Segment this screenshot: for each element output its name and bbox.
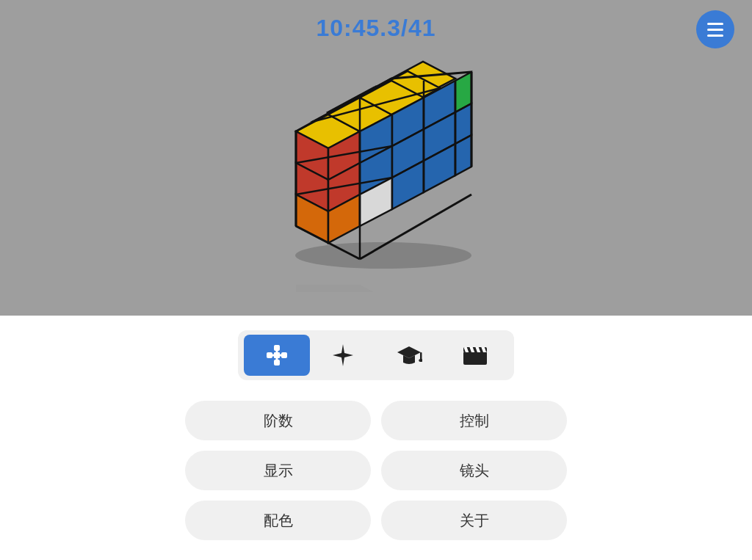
svg-marker-45	[296, 285, 471, 292]
bottom-section: 阶数 控制 显示 镜头 配色 关于	[0, 316, 752, 560]
tab-sparkle[interactable]	[310, 335, 376, 376]
tab-video[interactable]	[442, 335, 508, 376]
top-section: 10:45.3/41	[0, 0, 752, 316]
timer-display: 10:45.3/41	[316, 15, 435, 42]
btn-kongzhi[interactable]: 控制	[381, 401, 567, 440]
menu-button[interactable]	[696, 10, 734, 48]
btn-jiedu[interactable]: 阶数	[185, 401, 371, 440]
svg-rect-54	[420, 352, 422, 360]
tab-learn[interactable]	[376, 335, 442, 376]
tab-bar	[238, 330, 514, 380]
rubiks-cube	[229, 43, 523, 295]
btn-guanyu[interactable]: 关于	[381, 501, 567, 540]
svg-rect-52	[268, 354, 286, 357]
btn-xianshi[interactable]: 显示	[185, 451, 371, 490]
svg-marker-53	[397, 346, 421, 358]
svg-point-44	[295, 242, 471, 269]
hamburger-icon	[707, 23, 723, 37]
btn-paise[interactable]: 配色	[185, 501, 371, 540]
tab-gamepad[interactable]	[244, 335, 310, 376]
svg-rect-56	[463, 352, 487, 365]
svg-point-55	[419, 359, 422, 362]
btn-jiantou[interactable]: 镜头	[381, 451, 567, 490]
buttons-grid: 阶数 控制 显示 镜头 配色 关于	[185, 401, 567, 540]
